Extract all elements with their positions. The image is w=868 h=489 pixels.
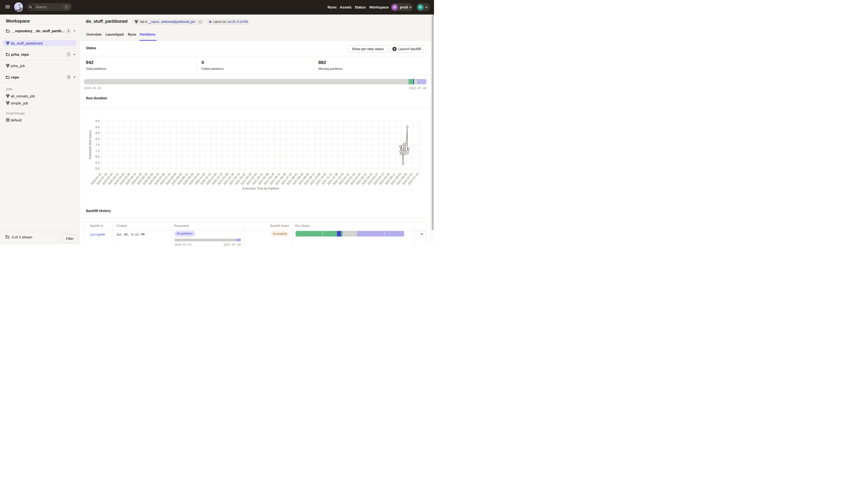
svg-text:9.5: 9.5 <box>96 120 100 123</box>
svg-text:8.5: 8.5 <box>96 131 100 135</box>
svg-text:8.0: 8.0 <box>96 137 100 141</box>
svg-text:7.0: 7.0 <box>96 149 100 153</box>
svg-text:5.5: 5.5 <box>96 167 100 170</box>
svg-text:Execution Time by Partition: Execution Time by Partition <box>243 187 279 190</box>
svg-text:7.5: 7.5 <box>96 143 100 146</box>
svg-text:9.0: 9.0 <box>96 126 100 129</box>
svg-text:Execution time (secs): Execution time (secs) <box>89 130 92 159</box>
svg-text:6.0: 6.0 <box>96 161 100 165</box>
svg-text:6.5: 6.5 <box>96 155 100 159</box>
